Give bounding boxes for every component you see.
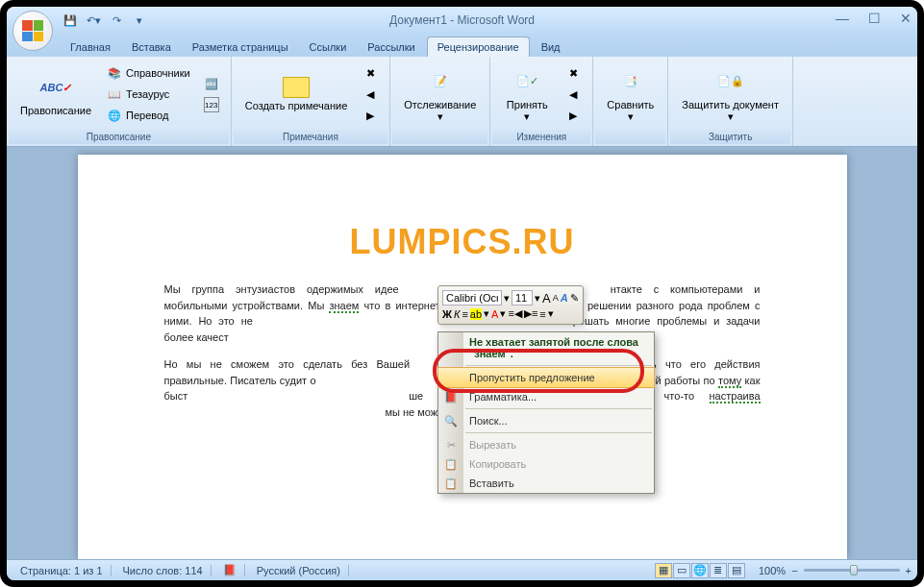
new-comment-button[interactable]: Создать примечание (239, 75, 354, 113)
align-center-button[interactable]: ≡ (462, 308, 467, 320)
ribbon-tabs: Главная Вставка Разметка страницы Ссылки… (7, 34, 917, 57)
menu-lookup[interactable]: 🔍 Поиск... (438, 411, 654, 430)
tab-references[interactable]: Ссылки (300, 37, 357, 57)
maximize-button[interactable]: ☐ (868, 11, 881, 26)
undo-icon: ↶ (87, 14, 95, 27)
delete-comment-button[interactable]: ✖ (359, 63, 382, 83)
tab-mailings[interactable]: Рассылки (358, 37, 424, 57)
protect-button[interactable]: 📄🔒 Защитить документ ▾ (676, 64, 785, 125)
grammar-error-3[interactable]: настраива (710, 390, 761, 404)
track-changes-button[interactable]: 📝 Отслеживание ▾ (398, 64, 482, 125)
zoom-level[interactable]: 100% (759, 565, 786, 576)
compare-button[interactable]: 📑 Сравнить ▾ (601, 64, 660, 125)
research-button[interactable]: 📚Справочники (103, 63, 194, 83)
zoom-slider[interactable] (804, 569, 900, 572)
spelling-button[interactable]: ABC✓ Правописание (14, 70, 97, 118)
status-page[interactable]: Страница: 1 из 1 (12, 565, 112, 576)
mini-toolbar[interactable]: ▾ ▾ A A A ✎ Ж К ≡ ab▾ A▾ ≡◀ ▶≡ ≡▾ (437, 285, 584, 325)
menu-grammar-hint[interactable]: Не хватает запятой после слова "знаем". (438, 332, 654, 363)
new-comment-label: Создать примечание (245, 100, 348, 111)
italic-button[interactable]: К (454, 308, 460, 320)
spelling-icon: ABC✓ (40, 72, 71, 103)
grow-font-icon[interactable]: A (542, 291, 551, 306)
bold-button[interactable]: Ж (442, 308, 452, 320)
undo-button[interactable]: ↶▾ (84, 11, 103, 30)
save-icon: 💾 (63, 14, 77, 27)
thesaurus-icon: 📖 (107, 86, 122, 102)
redo-icon: ↷ (112, 14, 121, 27)
menu-paste[interactable]: 📋 Вставить (438, 474, 654, 493)
view-draft[interactable]: ▤ (728, 563, 745, 578)
misc-button-2[interactable]: 123 (200, 95, 223, 114)
office-button[interactable] (12, 11, 53, 51)
font-size-input[interactable] (512, 290, 533, 306)
zoom-thumb[interactable] (850, 565, 858, 575)
save-button[interactable]: 💾 (61, 11, 80, 30)
qat-customize[interactable]: ▾ (130, 11, 149, 30)
minimize-button[interactable]: — (836, 11, 849, 26)
prev-change-button[interactable]: ◀ (562, 85, 585, 104)
prev-comment-button[interactable]: ◀ (359, 85, 382, 104)
status-language[interactable]: Русский (Россия) (249, 565, 349, 576)
next-icon: ▶ (362, 108, 378, 123)
protect-icon: 📄🔒 (715, 66, 746, 97)
ribbon: ABC✓ Правописание 📚Справочники 📖Тезаурус… (7, 57, 917, 147)
misc-button-1[interactable]: 🔤 (200, 74, 223, 93)
status-word-count[interactable]: Число слов: 114 (115, 565, 212, 576)
shrink-font-icon[interactable]: A (553, 293, 559, 303)
translate-icon: 🌐 (107, 108, 122, 123)
redo-button[interactable]: ↷ (107, 11, 126, 30)
view-full-screen[interactable]: ▭ (673, 563, 690, 578)
tab-home[interactable]: Главная (61, 37, 120, 57)
group-label-changes: Изменения (492, 130, 590, 144)
next-comment-button[interactable]: ▶ (359, 106, 382, 125)
protect-label: Защитить документ (682, 99, 779, 110)
tab-view[interactable]: Вид (532, 37, 570, 57)
indent-increase-button[interactable]: ▶≡ (524, 307, 537, 320)
font-color-button[interactable]: A (491, 308, 498, 320)
tab-insert[interactable]: Вставка (122, 37, 181, 57)
reject-button[interactable]: ✖ (562, 63, 585, 83)
tab-page-layout[interactable]: Разметка страницы (183, 37, 298, 57)
view-web[interactable]: 🌐 (691, 563, 709, 578)
menu-cut: ✂ Вырезать (438, 435, 654, 454)
highlight-button[interactable]: ab (470, 308, 482, 320)
grammar-error-2[interactable]: тому (718, 375, 741, 388)
statusbar: Страница: 1 из 1 Число слов: 114 📕 Русск… (7, 559, 917, 580)
compare-label: Сравнить (607, 99, 654, 110)
delete-icon: ✖ (362, 65, 378, 81)
copy-icon: 📋 (443, 456, 459, 472)
quick-access-toolbar: 💾 ↶▾ ↷ ▾ (61, 11, 149, 30)
close-button[interactable]: ✕ (900, 11, 912, 26)
compare-icon: 📑 (615, 66, 646, 97)
grammar-icon: 📕 (443, 389, 459, 404)
font-family-input[interactable] (442, 290, 502, 306)
indent-decrease-button[interactable]: ≡◀ (508, 307, 521, 320)
reject-icon: ✖ (565, 65, 581, 81)
paste-icon: 📋 (443, 476, 459, 491)
view-outline[interactable]: ≣ (710, 563, 727, 578)
lang-icon: 🔤 (204, 76, 219, 91)
bullets-button[interactable]: ≡ (539, 308, 545, 320)
menu-grammar[interactable]: 📕 Грамматика... (438, 387, 654, 406)
track-label: Отслеживание (404, 99, 476, 110)
comment-icon (283, 77, 310, 98)
watermark: LUMPICS.RU (164, 222, 761, 262)
menu-skip-sentence[interactable]: Пропустить предложение (437, 367, 655, 388)
accept-button[interactable]: 📄✓ Принять ▾ (498, 64, 556, 125)
zoom-out-button[interactable]: − (791, 565, 797, 576)
next-change-button[interactable]: ▶ (562, 106, 585, 125)
zoom-in-button[interactable]: + (906, 565, 912, 576)
menu-copy: 📋 Копировать (438, 454, 654, 474)
grammar-error-1[interactable]: знаем (329, 300, 359, 313)
status-proofing[interactable]: 📕 (215, 564, 245, 576)
format-painter-icon[interactable]: ✎ (570, 292, 579, 305)
tab-review[interactable]: Рецензирование (427, 37, 530, 57)
thesaurus-button[interactable]: 📖Тезаурус (103, 85, 194, 104)
translate-button[interactable]: 🌐Перевод (103, 106, 194, 125)
next-change-icon: ▶ (565, 108, 581, 123)
group-label-protect: Защитить (670, 130, 790, 144)
view-print-layout[interactable]: ▦ (655, 563, 672, 578)
style-icon[interactable]: A (561, 292, 568, 304)
group-label-proofing: Правописание (9, 130, 229, 144)
